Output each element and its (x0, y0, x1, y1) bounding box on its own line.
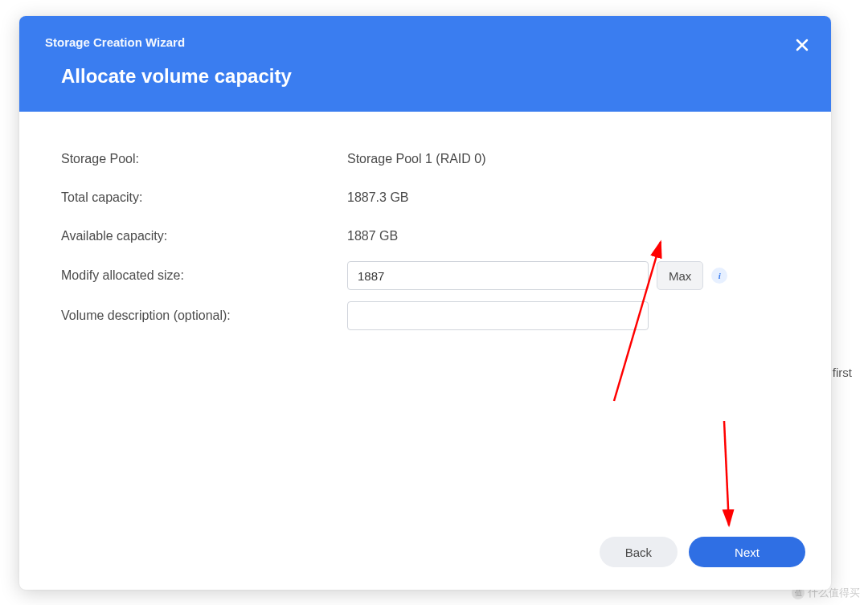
info-icon[interactable]: i (711, 268, 727, 284)
storage-pool-value: Storage Pool 1 (RAID 0) (347, 152, 789, 166)
annotation-arrow-next (706, 417, 747, 533)
allocated-size-label: Modify allocated size: (61, 268, 347, 283)
storage-pool-row: Storage Pool: Storage Pool 1 (RAID 0) (61, 145, 789, 173)
back-button[interactable]: Back (600, 537, 678, 567)
close-button[interactable] (789, 32, 815, 58)
total-capacity-row: Total capacity: 1887.3 GB (61, 184, 789, 211)
next-button[interactable]: Next (689, 537, 805, 567)
wizard-title: Storage Creation Wizard (45, 35, 805, 49)
allocated-size-input[interactable] (347, 261, 649, 290)
allocated-size-input-group: Max i (347, 261, 727, 290)
available-capacity-value: 1887 GB (347, 229, 789, 243)
available-capacity-label: Available capacity: (61, 229, 347, 243)
description-row: Volume description (optional): (61, 301, 789, 330)
storage-pool-label: Storage Pool: (61, 152, 347, 166)
dialog-footer: Back Next (19, 521, 831, 590)
allocated-size-row: Modify allocated size: Max i (61, 261, 789, 290)
max-button[interactable]: Max (657, 261, 703, 290)
total-capacity-value: 1887.3 GB (347, 190, 789, 205)
total-capacity-label: Total capacity: (61, 190, 347, 205)
dialog-header: Storage Creation Wizard Allocate volume … (19, 16, 831, 112)
available-capacity-row: Available capacity: 1887 GB (61, 223, 789, 250)
dialog-body: Storage Pool: Storage Pool 1 (RAID 0) To… (19, 112, 831, 521)
page-title: Allocate volume capacity (61, 65, 805, 88)
storage-wizard-dialog: Storage Creation Wizard Allocate volume … (19, 16, 831, 590)
svg-line-5 (724, 421, 729, 525)
description-label: Volume description (optional): (61, 309, 347, 323)
background-text: first (833, 366, 852, 379)
description-input[interactable] (347, 301, 649, 330)
close-icon (796, 39, 809, 51)
